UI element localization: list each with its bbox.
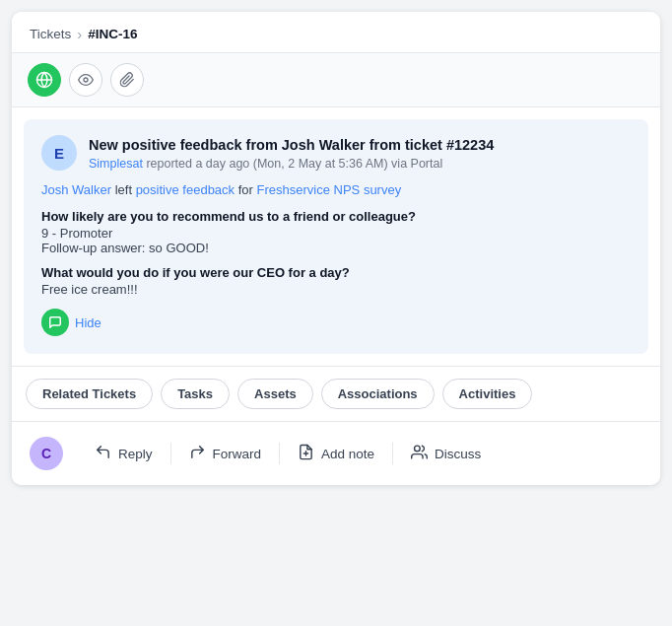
globe-icon-button[interactable] (28, 63, 61, 97)
add-note-icon (298, 444, 314, 464)
positive-feedback-link[interactable]: positive feedback (136, 182, 235, 197)
message-meta: New positive feedback from Josh Walker f… (89, 135, 631, 171)
feedback-verb-text: left (115, 182, 132, 197)
hide-row[interactable]: Hide (41, 309, 631, 336)
tabs-row: Related Tickets Tasks Assets Association… (12, 366, 660, 421)
action-avatar: C (30, 437, 63, 470)
josh-walker-link[interactable]: Josh Walker (41, 182, 111, 197)
hide-label[interactable]: Hide (75, 315, 101, 330)
forward-icon (189, 444, 206, 464)
breadcrumb-current: #INC-16 (88, 27, 137, 41)
discuss-label: Discuss (435, 447, 481, 461)
tab-associations[interactable]: Associations (321, 379, 435, 409)
eye-icon-button[interactable] (69, 63, 102, 97)
reply-label: Reply (118, 447, 153, 461)
paperclip-icon-button[interactable] (110, 63, 144, 97)
avatar: E (41, 135, 77, 171)
forward-button[interactable]: Forward (171, 436, 280, 471)
answer-1-line2: Follow-up answer: so GOOD! (41, 241, 631, 255)
message-subtitle: Simplesat reported a day ago (Mon, 2 May… (89, 157, 631, 171)
svg-point-2 (84, 78, 88, 82)
add-note-label: Add note (321, 447, 374, 461)
discuss-button[interactable]: Discuss (393, 436, 499, 471)
discuss-icon (411, 444, 428, 464)
tab-related-tickets[interactable]: Related Tickets (26, 379, 153, 409)
svg-point-5 (415, 446, 421, 452)
question-1: How likely are you to recommend us to a … (41, 209, 631, 224)
answer-2: Free ice cream!!! (41, 282, 631, 297)
for-label: for (238, 182, 253, 197)
tab-tasks[interactable]: Tasks (161, 379, 230, 409)
tab-assets[interactable]: Assets (237, 379, 313, 409)
action-bar: C Reply Forward (12, 421, 660, 485)
reported-time: reported a day ago (Mon, 2 May at 5:36 A… (146, 157, 442, 171)
breadcrumb: Tickets › #INC-16 (12, 12, 660, 53)
toolbar (12, 53, 660, 107)
question-2: What would you do if you were our CEO fo… (41, 265, 631, 280)
message-title: New positive feedback from Josh Walker f… (89, 135, 631, 155)
message-container: E New positive feedback from Josh Walker… (24, 119, 648, 354)
message-header: E New positive feedback from Josh Walker… (41, 135, 631, 171)
forward-label: Forward (213, 447, 262, 461)
reply-button[interactable]: Reply (77, 436, 170, 471)
reply-icon (95, 444, 111, 464)
breadcrumb-tickets[interactable]: Tickets (30, 27, 71, 41)
chat-icon (41, 309, 69, 336)
qa-block-1: How likely are you to recommend us to a … (41, 209, 631, 255)
breadcrumb-separator: › (77, 26, 82, 42)
add-note-button[interactable]: Add note (280, 436, 392, 471)
survey-link[interactable]: Freshservice NPS survey (257, 182, 402, 197)
tab-activities[interactable]: Activities (442, 379, 533, 409)
ticket-card: Tickets › #INC-16 E (12, 12, 660, 485)
reporter-link[interactable]: Simplesat (89, 157, 143, 171)
qa-block-2: What would you do if you were our CEO fo… (41, 265, 631, 297)
feedback-line: Josh Walker left positive feedback for F… (41, 182, 631, 197)
answer-1-line1: 9 - Promoter (41, 226, 631, 241)
